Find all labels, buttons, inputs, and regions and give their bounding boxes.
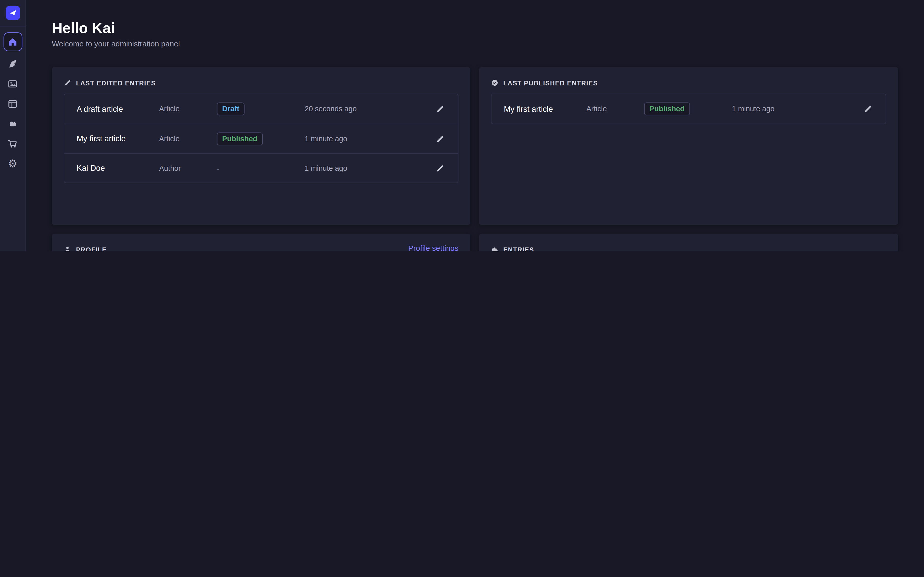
last-edited-entries-card: LAST EDITED ENTRIES A draft article Arti… xyxy=(52,67,470,225)
cart-icon xyxy=(8,139,18,149)
last-edited-table: A draft article Article Draft 20 seconds… xyxy=(64,93,459,183)
person-icon xyxy=(64,245,71,251)
table-row: Kai Doe Author - 1 minute ago xyxy=(64,153,458,182)
dashboard-grid: LAST EDITED ENTRIES A draft article Arti… xyxy=(52,67,898,251)
sidebar-nav: ⚙ xyxy=(0,30,26,174)
entry-name: My first article xyxy=(504,105,586,113)
card-title: PROFILE xyxy=(76,246,107,251)
status-badge: Published xyxy=(217,132,263,145)
entry-type: Article xyxy=(159,105,217,113)
edit-entry-button[interactable] xyxy=(863,103,873,114)
pencil-icon xyxy=(436,105,444,113)
status-badge: Draft xyxy=(217,102,245,115)
sidebar-item-settings[interactable]: ⚙ xyxy=(0,154,26,174)
last-published-entries-card: LAST PUBLISHED ENTRIES My first article … xyxy=(479,67,898,225)
sidebar-item-home[interactable] xyxy=(0,30,26,53)
sidebar-item-media-library[interactable] xyxy=(0,74,26,93)
sidebar-item-marketplace[interactable] xyxy=(0,134,26,154)
sidebar-item-cloud[interactable] xyxy=(0,114,26,134)
layout-icon xyxy=(8,99,18,109)
sidebar: ⚙ KD xyxy=(0,0,26,251)
cloud-icon xyxy=(7,118,18,129)
entry-type: Article xyxy=(586,105,644,113)
entry-name: Kai Doe xyxy=(76,164,159,172)
card-title: LAST EDITED ENTRIES xyxy=(76,79,156,86)
pencil-icon xyxy=(436,164,444,172)
status-badge: Published xyxy=(644,102,690,115)
edit-entry-button[interactable] xyxy=(435,163,445,173)
entries-chart-card: ENTRIES 3 entries xyxy=(479,234,898,251)
entry-time: 1 minute ago xyxy=(305,135,412,143)
media-library-icon xyxy=(8,79,18,89)
last-published-table: My first article Article Published 1 min… xyxy=(491,93,886,124)
strapi-admin-dashboard: ⚙ KD Hello Kai Welcome to your administr… xyxy=(0,0,924,251)
sidebar-item-content-type-builder[interactable] xyxy=(0,93,26,114)
sidebar-item-content-manager[interactable] xyxy=(0,53,26,74)
main-content: Hello Kai Welcome to your administration… xyxy=(26,0,924,251)
pencil-icon xyxy=(864,105,872,113)
entry-name: My first article xyxy=(76,134,159,143)
send-icon xyxy=(8,8,18,18)
check-circle-icon xyxy=(491,79,498,87)
page-title: Hello Kai xyxy=(52,19,898,36)
edit-entry-button[interactable] xyxy=(435,133,445,144)
edit-entry-button[interactable] xyxy=(435,103,445,114)
entry-time: 1 minute ago xyxy=(305,164,412,172)
table-row: My first article Article Published 1 min… xyxy=(491,94,886,124)
card-title: LAST PUBLISHED ENTRIES xyxy=(503,79,598,86)
entry-type: Article xyxy=(159,135,217,143)
gear-icon: ⚙ xyxy=(8,159,18,169)
feather-icon xyxy=(8,58,18,68)
profile-card: PROFILE Profile settings KD Kai Doe kai.… xyxy=(52,234,470,251)
entry-name: A draft article xyxy=(76,105,159,113)
entry-time: 1 minute ago xyxy=(732,105,839,113)
card-title: ENTRIES xyxy=(503,246,534,251)
puzzle-icon xyxy=(491,245,498,251)
sidebar-divider-top xyxy=(0,26,26,26)
profile-settings-link[interactable]: Profile settings xyxy=(408,244,459,251)
table-row: My first article Article Published 1 min… xyxy=(64,124,458,153)
status-none: - xyxy=(217,164,220,173)
home-icon xyxy=(8,37,18,47)
table-row: A draft article Article Draft 20 seconds… xyxy=(64,94,458,124)
pencil-icon xyxy=(64,79,71,87)
strapi-logo-icon[interactable] xyxy=(6,6,20,20)
page-subtitle: Welcome to your administration panel xyxy=(52,39,898,49)
pencil-icon xyxy=(436,135,444,143)
entry-time: 20 seconds ago xyxy=(305,105,412,113)
entry-type: Author xyxy=(159,164,217,172)
